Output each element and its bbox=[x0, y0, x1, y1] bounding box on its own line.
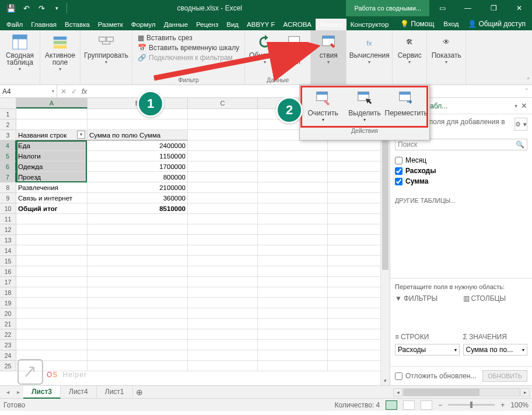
cell[interactable] bbox=[258, 224, 328, 235]
cell[interactable] bbox=[188, 308, 258, 319]
cell[interactable] bbox=[328, 182, 382, 193]
col-header[interactable]: A bbox=[16, 98, 88, 108]
share-button[interactable]: 👤Общий доступ bbox=[464, 17, 530, 30]
cell[interactable] bbox=[328, 235, 382, 245]
zone-columns[interactable]: ▥СТОЛБЦЫ bbox=[463, 293, 528, 328]
minimize-icon[interactable]: — bbox=[455, 0, 481, 16]
tab-home[interactable]: Главная bbox=[27, 19, 61, 30]
redo-icon[interactable]: ↷ bbox=[35, 2, 48, 15]
sign-in[interactable]: Вход bbox=[439, 18, 463, 30]
cell[interactable] bbox=[188, 329, 258, 340]
cell[interactable] bbox=[188, 182, 258, 193]
show-button[interactable]: 👁Показать▾ bbox=[430, 32, 463, 67]
zone-rows[interactable]: ≡СТРОКИРасходы▾ bbox=[395, 331, 460, 366]
row-header[interactable]: 9 bbox=[0, 193, 16, 203]
cell[interactable] bbox=[188, 350, 258, 361]
sheet-nav-next-icon[interactable]: ▸ bbox=[13, 389, 23, 395]
cell[interactable] bbox=[88, 109, 188, 119]
cell[interactable] bbox=[328, 287, 382, 298]
row-header[interactable]: 21 bbox=[0, 319, 16, 329]
gear-icon[interactable]: ⚙ ▾ bbox=[514, 118, 527, 131]
row-header[interactable]: 22 bbox=[0, 329, 16, 340]
cell[interactable] bbox=[258, 298, 328, 308]
cell[interactable] bbox=[328, 193, 382, 203]
tab-view[interactable]: Вид bbox=[222, 19, 243, 30]
worksheet[interactable]: ABCDE 123Названия строк▾Сумма по полю Су… bbox=[0, 98, 390, 385]
cell[interactable] bbox=[328, 245, 382, 256]
zone-item-values[interactable]: Сумма по по...▾ bbox=[463, 344, 528, 356]
cell[interactable] bbox=[88, 298, 188, 308]
undo-icon[interactable]: ↶ bbox=[20, 2, 33, 15]
ribbon-options-icon[interactable]: ▭ bbox=[429, 0, 455, 16]
tab-layout[interactable]: Разметк bbox=[94, 19, 127, 30]
cell[interactable] bbox=[258, 277, 328, 287]
cell[interactable] bbox=[188, 172, 258, 182]
cell[interactable] bbox=[188, 245, 258, 256]
view-layout-icon[interactable] bbox=[403, 400, 415, 410]
hscroll-left-icon[interactable]: ◂ bbox=[393, 388, 402, 396]
cell[interactable] bbox=[328, 319, 382, 329]
cell[interactable]: Налоги bbox=[16, 151, 88, 161]
tab-design[interactable]: Конструктор bbox=[346, 19, 393, 30]
cell[interactable] bbox=[328, 214, 382, 224]
cell[interactable] bbox=[188, 130, 258, 140]
sheet-tab[interactable]: Лист4 bbox=[61, 386, 97, 399]
tab-review[interactable]: Реценз bbox=[192, 19, 222, 30]
cell[interactable]: 360000 bbox=[88, 193, 188, 203]
cell[interactable] bbox=[88, 319, 188, 329]
cell[interactable] bbox=[188, 224, 258, 235]
cell[interactable] bbox=[188, 109, 258, 119]
cell[interactable] bbox=[258, 361, 328, 371]
cell[interactable] bbox=[258, 340, 328, 350]
cell[interactable] bbox=[188, 277, 258, 287]
field-checkbox[interactable]: Расходы bbox=[395, 166, 527, 176]
row-header[interactable]: 24 bbox=[0, 350, 16, 361]
row-header[interactable]: 11 bbox=[0, 214, 16, 224]
cell[interactable] bbox=[188, 203, 258, 214]
cell[interactable] bbox=[328, 203, 382, 214]
cell[interactable] bbox=[328, 266, 382, 277]
cell[interactable] bbox=[16, 287, 88, 298]
cell[interactable] bbox=[258, 193, 328, 203]
tell-me[interactable]: 💡Помощ bbox=[396, 17, 438, 30]
row-header[interactable]: 23 bbox=[0, 340, 16, 350]
cell[interactable] bbox=[88, 245, 188, 256]
refresh-button[interactable]: Обновить▾ bbox=[248, 32, 282, 67]
cell[interactable] bbox=[258, 182, 328, 193]
cell[interactable] bbox=[88, 256, 188, 266]
update-button[interactable]: ОБНОВИТЬ bbox=[482, 370, 527, 382]
tab-acrobat[interactable]: ACROBA bbox=[279, 19, 316, 30]
cell[interactable]: Общий итог bbox=[16, 203, 88, 214]
cell[interactable] bbox=[258, 329, 328, 340]
cell[interactable] bbox=[328, 140, 382, 151]
cell[interactable] bbox=[328, 308, 382, 319]
tab-data[interactable]: Данные bbox=[160, 19, 192, 30]
cell[interactable] bbox=[188, 361, 258, 371]
cell[interactable] bbox=[88, 361, 188, 371]
cell[interactable] bbox=[16, 329, 88, 340]
cell[interactable] bbox=[88, 214, 188, 224]
expand-fbar-icon[interactable]: ⌄ bbox=[522, 85, 532, 97]
row-header[interactable]: 10 bbox=[0, 203, 16, 214]
cell[interactable] bbox=[88, 266, 188, 277]
calculations-button[interactable]: fxВычисления▾ bbox=[349, 32, 389, 67]
zoom-slider[interactable] bbox=[448, 404, 495, 406]
field-search-input[interactable]: Поиск🔍 bbox=[395, 139, 527, 150]
cell[interactable] bbox=[16, 109, 88, 119]
cell[interactable] bbox=[188, 140, 258, 151]
row-header[interactable]: 19 bbox=[0, 298, 16, 308]
actions-button[interactable]: ствия▾ bbox=[314, 32, 343, 67]
cell[interactable] bbox=[188, 235, 258, 245]
cell[interactable] bbox=[88, 287, 188, 298]
zoom-out-icon[interactable]: − bbox=[438, 401, 442, 409]
select-button[interactable]: Выделить▾ bbox=[345, 89, 384, 124]
cell[interactable] bbox=[258, 214, 328, 224]
cell[interactable] bbox=[188, 256, 258, 266]
name-box[interactable]: A4▾ bbox=[0, 85, 57, 97]
fx-icon[interactable]: fx bbox=[82, 87, 87, 96]
zoom-in-icon[interactable]: + bbox=[501, 401, 505, 409]
pivot-table-button[interactable]: Сводная таблица▾ bbox=[3, 32, 37, 74]
data-source-button[interactable]: Ист дан bbox=[283, 32, 307, 67]
close-icon[interactable]: ✕ bbox=[506, 0, 532, 16]
zone-filters[interactable]: ▼ФИЛЬТРЫ bbox=[395, 293, 460, 328]
